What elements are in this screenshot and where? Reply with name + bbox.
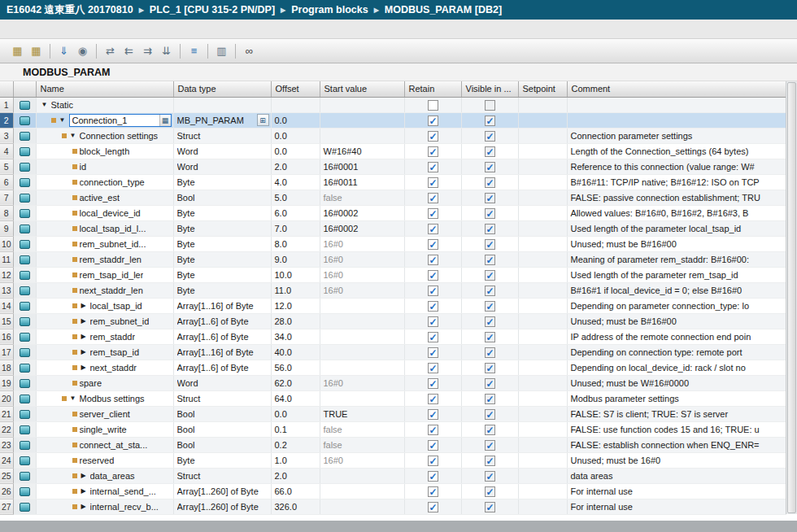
visible-cell[interactable]: [461, 143, 518, 159]
retain-checkbox[interactable]: [428, 486, 438, 497]
col-header-visible[interactable]: Visible in ...: [461, 81, 518, 97]
visible-cell[interactable]: [461, 220, 518, 236]
table-row[interactable]: 27 ▶ internal_recv_b... Array[1..260] of…: [0, 499, 786, 514]
visible-cell[interactable]: [461, 375, 518, 390]
retain-checkbox[interactable]: [428, 425, 438, 435]
setpoint-cell[interactable]: [518, 483, 567, 499]
comment-cell[interactable]: Allowed values: B#16#0, B#16#2, B#16#3, …: [567, 205, 786, 220]
breadcrumb-item[interactable]: E16042 遠東重八 20170810: [7, 3, 133, 17]
name-cell[interactable]: ▼ Modbus settings: [36, 390, 173, 406]
download-values-icon[interactable]: ⇉: [138, 42, 157, 60]
expander-icon[interactable]: ▼: [41, 98, 49, 112]
row-number[interactable]: 7: [0, 190, 13, 205]
retain-cell[interactable]: [404, 421, 461, 437]
setpoint-cell[interactable]: [518, 375, 567, 390]
expander-icon[interactable]: ▶: [80, 299, 88, 313]
table-row[interactable]: 17 ▶ rem_tsap_id Array[1..16] of Byte ⊞ …: [0, 344, 786, 360]
start-value-cell[interactable]: [320, 360, 404, 375]
retain-cell[interactable]: [404, 282, 461, 298]
datatype-cell[interactable]: Byte ⊞: [173, 220, 271, 236]
name-cell[interactable]: id: [36, 159, 173, 174]
setpoint-cell[interactable]: [518, 298, 567, 313]
setpoint-cell[interactable]: [518, 112, 567, 128]
expander-icon[interactable]: ▶: [80, 484, 88, 499]
table-row[interactable]: 6 connection_type Byte ⊞ 4.0 16#0011 B#1…: [0, 174, 786, 190]
setpoint-cell[interactable]: [518, 97, 567, 112]
name-cell[interactable]: reserved: [36, 452, 173, 468]
start-value-cell[interactable]: false: [320, 421, 404, 437]
datatype-cell[interactable]: Byte ⊞: [173, 267, 271, 282]
row-number[interactable]: 16: [0, 329, 13, 344]
retain-cell[interactable]: [404, 344, 461, 360]
visible-checkbox[interactable]: [485, 177, 495, 188]
datatype-cell[interactable]: Word ⊞: [173, 375, 271, 390]
comment-cell[interactable]: Connection parameter settings: [567, 128, 786, 143]
datatype-cell[interactable]: Byte ⊞: [173, 282, 271, 298]
start-value-cell[interactable]: TRUE: [320, 406, 404, 421]
datatype-cell[interactable]: Array[1..16] of Byte ⊞: [173, 344, 271, 360]
retain-cell[interactable]: [404, 499, 461, 514]
visible-cell[interactable]: [461, 190, 518, 205]
setpoint-cell[interactable]: [518, 499, 567, 514]
retain-cell[interactable]: [404, 236, 461, 251]
row-number[interactable]: 5: [0, 159, 13, 174]
table-row[interactable]: 14 ▶ local_tsap_id Array[1..16] of Byte …: [0, 298, 786, 313]
table-row[interactable]: 3 ▼ Connection settings Struct ⊞ 0.0 Con…: [0, 128, 786, 143]
comment-cell[interactable]: data areas: [567, 468, 786, 483]
comment-cell[interactable]: Meaning of parameter rem_staddr: B#16#00…: [567, 251, 786, 267]
row-number[interactable]: 19: [0, 375, 13, 390]
setpoint-cell[interactable]: [518, 190, 567, 205]
table-row[interactable]: 9 local_tsap_id_l... Byte ⊞ 7.0 16#0002 …: [0, 220, 786, 236]
datatype-cell[interactable]: Bool ⊞: [173, 437, 271, 452]
retain-checkbox[interactable]: [428, 394, 438, 404]
visible-checkbox[interactable]: [485, 270, 495, 281]
retain-checkbox[interactable]: [428, 193, 438, 203]
breadcrumb-item[interactable]: Program blocks: [291, 4, 368, 15]
start-value-cell[interactable]: [320, 128, 404, 143]
row-number[interactable]: 4: [0, 143, 13, 159]
retain-checkbox[interactable]: [428, 100, 438, 111]
retain-checkbox[interactable]: [428, 332, 438, 342]
row-number[interactable]: 26: [0, 483, 13, 499]
datatype-cell[interactable]: Byte ⊞: [173, 251, 271, 267]
add-row-icon[interactable]: ▦: [27, 42, 46, 60]
row-number[interactable]: 15: [0, 313, 13, 329]
retain-cell[interactable]: [404, 143, 461, 159]
visible-checkbox[interactable]: [485, 286, 495, 296]
comment-cell[interactable]: Depending on connection type: remote por…: [567, 344, 786, 360]
datatype-cell[interactable]: Bool ⊞: [173, 421, 271, 437]
row-number[interactable]: 14: [0, 298, 13, 313]
name-cell[interactable]: ▼ Static: [36, 97, 173, 112]
table-row[interactable]: 18 ▶ next_staddr Array[1..6] of Byte ⊞ 5…: [0, 360, 786, 375]
retain-cell[interactable]: [404, 375, 461, 390]
datatype-cell[interactable]: Word ⊞: [173, 143, 271, 159]
vertical-scrollbar[interactable]: [786, 81, 797, 514]
visible-checkbox[interactable]: [485, 409, 495, 420]
visible-checkbox[interactable]: [485, 116, 495, 126]
retain-checkbox[interactable]: [428, 146, 438, 157]
retain-checkbox[interactable]: [428, 239, 438, 250]
retain-cell[interactable]: [404, 267, 461, 282]
setpoint-cell[interactable]: [518, 174, 567, 190]
name-input[interactable]: [70, 116, 159, 125]
name-cell[interactable]: next_staddr_len: [36, 282, 173, 298]
datatype-cell[interactable]: MB_PN_PARAM ⊞: [173, 112, 271, 128]
overview-icon[interactable]: ▥: [212, 42, 231, 60]
retain-checkbox[interactable]: [428, 347, 438, 358]
comment-cell[interactable]: B#16#11: TCP/IP native; B#16#12: ISO on …: [567, 174, 786, 190]
visible-checkbox[interactable]: [485, 332, 495, 342]
visible-checkbox[interactable]: [485, 301, 495, 312]
expander-icon[interactable]: ▶: [80, 499, 88, 514]
name-cell[interactable]: ▶ local_tsap_id: [36, 298, 173, 313]
row-number[interactable]: 1: [0, 97, 13, 112]
comment-cell[interactable]: FALSE: passive connection establishment;…: [567, 190, 786, 205]
retain-checkbox[interactable]: [428, 316, 438, 327]
start-value-cell[interactable]: [320, 468, 404, 483]
col-header-datatype[interactable]: Data type: [173, 81, 271, 97]
table-row[interactable]: 20 ▼ Modbus settings Struct ⊞ 64.0 Modbu…: [0, 390, 786, 406]
start-value-cell[interactable]: 16#0002: [320, 205, 404, 220]
visible-cell[interactable]: [461, 499, 518, 514]
start-value-cell[interactable]: false: [320, 190, 404, 205]
visible-cell[interactable]: [461, 267, 518, 282]
datatype-cell[interactable]: Byte ⊞: [173, 205, 271, 220]
